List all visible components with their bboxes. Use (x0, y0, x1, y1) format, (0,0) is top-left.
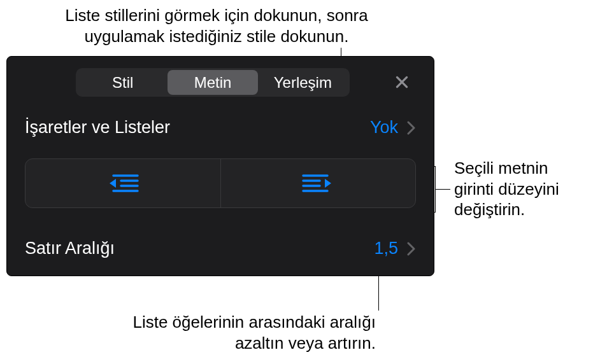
callout-text: azaltın veya artırın. (96, 333, 376, 354)
tab-segmented-control: Stil Metin Yerleşim (76, 68, 350, 97)
format-panel: Stil Metin Yerleşim İşaretler ve Listele… (6, 56, 434, 276)
chevron-right-icon (407, 121, 416, 135)
tab-layout[interactable]: Yerleşim (258, 70, 348, 95)
callout-text: Seçili metnin (454, 158, 594, 179)
close-button[interactable] (389, 69, 415, 95)
callout-text: Liste stillerini görmek için dokunun, so… (38, 5, 395, 26)
callout-leader-line (435, 189, 450, 190)
line-spacing-row[interactable]: Satır Aralığı 1,5 (25, 239, 416, 258)
outdent-icon (107, 172, 139, 195)
callout-text: uygulamak istediğiniz stile dokunun. (38, 26, 395, 47)
callout-text: değiştirin. (454, 199, 594, 220)
tab-label: Stil (112, 74, 133, 92)
tab-style[interactable]: Stil (78, 70, 168, 95)
bullets-lists-row[interactable]: İşaretler ve Listeler Yok (25, 118, 416, 137)
row-label: Satır Aralığı (25, 239, 115, 258)
indent-button[interactable] (221, 159, 416, 207)
indent-icon (302, 172, 334, 195)
tab-text[interactable]: Metin (168, 70, 257, 95)
outdent-button[interactable] (25, 159, 221, 207)
callout-text: Liste öğelerinin arasındaki aralığı (96, 312, 376, 333)
row-label: İşaretler ve Listeler (25, 118, 170, 137)
svg-marker-11 (325, 179, 331, 188)
tab-label: Metin (194, 74, 232, 92)
row-value: 1,5 (374, 239, 398, 258)
svg-marker-6 (110, 179, 116, 188)
indent-button-group (25, 158, 416, 208)
callout-bottom: Liste öğelerinin arasındaki aralığı azal… (96, 312, 376, 353)
tab-label: Yerleşim (274, 74, 332, 92)
callout-text: girinti düzeyini (454, 179, 594, 200)
callout-right: Seçili metnin girinti düzeyini değiştiri… (454, 158, 594, 220)
callout-top: Liste stillerini görmek için dokunun, so… (38, 5, 395, 46)
row-value: Yok (370, 118, 398, 137)
close-icon (394, 74, 410, 90)
chevron-right-icon (407, 242, 416, 256)
